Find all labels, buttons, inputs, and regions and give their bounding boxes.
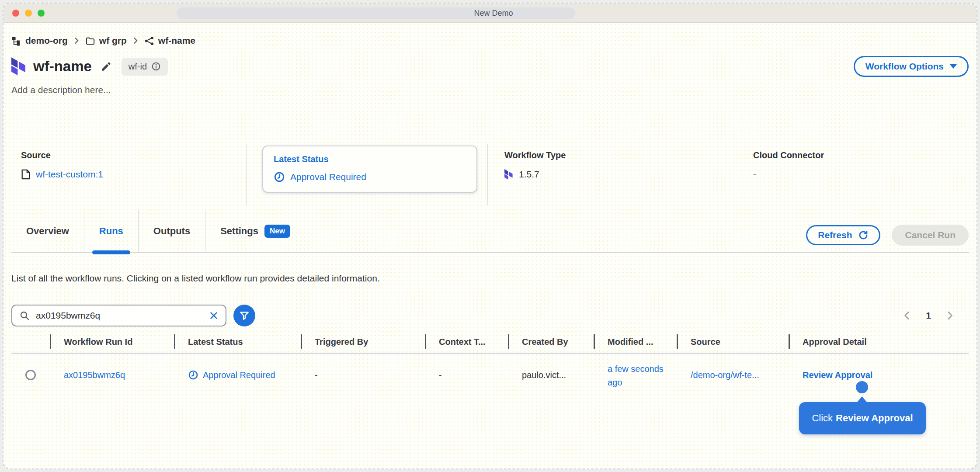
- terraform-version-icon: [504, 169, 514, 180]
- new-badge: New: [264, 225, 290, 238]
- chevron-right-icon: [131, 36, 140, 45]
- breadcrumb-org-label: demo-org: [25, 35, 68, 46]
- breadcrumb-group[interactable]: wf grp: [85, 35, 127, 46]
- workflow-type-label: Workflow Type: [504, 150, 739, 160]
- terraform-logo: [11, 57, 27, 76]
- tooltip-prefix: Click: [812, 413, 833, 424]
- row-radio-button[interactable]: [25, 370, 36, 380]
- tab-actions: Refresh Cancel Run: [806, 225, 969, 246]
- breadcrumb-workflow-label: wf-name: [158, 35, 195, 46]
- pending-clock-icon: [188, 370, 198, 380]
- run-id-link[interactable]: ax0195bwmz6q: [64, 370, 125, 380]
- tabs-row: Overview Runs Outputs Settings New Refre…: [11, 210, 969, 253]
- row-source-link[interactable]: /demo-org/wf-te...: [691, 370, 759, 380]
- latest-status-card[interactable]: Latest Status Approval Required: [262, 146, 477, 193]
- next-page-button[interactable]: [944, 310, 956, 321]
- coach-tooltip: Click Review Approval: [799, 402, 926, 434]
- document-icon: [21, 169, 31, 180]
- page-title: wf-name: [33, 58, 92, 75]
- table-row[interactable]: ax0195bwmz6q Approval Required - - paulo…: [11, 354, 969, 396]
- clear-search-icon[interactable]: [209, 311, 219, 320]
- search-input[interactable]: [36, 310, 209, 321]
- cloud-connector-label: Cloud Connector: [753, 150, 969, 160]
- workflow-description[interactable]: Add a description here...: [11, 85, 969, 95]
- titlebar: New Demo: [3, 3, 977, 23]
- app-window: New Demo demo-org wf grp: [3, 3, 977, 469]
- edit-pencil-icon[interactable]: [101, 61, 112, 72]
- page-number: 1: [926, 310, 931, 321]
- search-box[interactable]: [11, 305, 226, 326]
- cloud-connector-value: -: [753, 169, 756, 180]
- col-triggered-by: Triggered By: [301, 331, 425, 353]
- breadcrumb-workflow[interactable]: wf-name: [144, 35, 195, 46]
- traffic-lights: [12, 10, 45, 17]
- refresh-label: Refresh: [818, 230, 852, 240]
- close-window-button[interactable]: [12, 10, 19, 17]
- minimize-window-button[interactable]: [25, 10, 32, 17]
- refresh-button[interactable]: Refresh: [806, 225, 880, 245]
- tab-runs[interactable]: Runs: [84, 210, 138, 252]
- tab-settings-label: Settings: [220, 226, 258, 237]
- info-icon[interactable]: [151, 62, 161, 71]
- info-latest-status: Latest Status Approval Required: [246, 144, 487, 205]
- info-source: Source wf-test-custom:1: [11, 144, 246, 205]
- workflow-type-value: 1.5.7: [519, 169, 539, 180]
- latest-status-label: Latest Status: [274, 154, 476, 164]
- workflow-id-label: wf-id: [129, 62, 147, 72]
- search-icon: [19, 310, 30, 321]
- table-header: Workflow Run Id Latest Status Triggered …: [11, 331, 969, 354]
- filter-button[interactable]: [233, 305, 255, 326]
- row-created-by: paulo.vict...: [508, 370, 594, 380]
- tab-settings[interactable]: Settings New: [205, 210, 305, 252]
- runs-description: List of all the workflow runs. Clicking …: [11, 273, 969, 284]
- col-approval-detail: Approval Detail: [789, 331, 969, 353]
- cancel-run-label: Cancel Run: [905, 230, 956, 240]
- col-context: Context T...: [425, 331, 508, 353]
- tab-overview[interactable]: Overview: [11, 210, 84, 252]
- breadcrumb-org[interactable]: demo-org: [11, 35, 68, 46]
- workflow-options-button[interactable]: Workflow Options: [854, 56, 969, 77]
- review-approval-link[interactable]: Review Approval: [803, 370, 872, 380]
- cursor-dot: [856, 381, 868, 393]
- info-strip: Source wf-test-custom:1 Latest Status Ap: [11, 144, 969, 205]
- row-context: -: [425, 370, 508, 380]
- col-source: Source: [677, 331, 789, 353]
- breadcrumb-group-label: wf grp: [99, 35, 127, 46]
- pagination: 1: [901, 310, 969, 321]
- titlebar-pill: [177, 7, 575, 19]
- window-title: New Demo: [474, 9, 513, 18]
- tab-overview-label: Overview: [26, 226, 69, 237]
- chevron-right-icon: [72, 36, 81, 45]
- col-modified: Modified ...: [594, 331, 677, 353]
- tooltip-action: Review Approval: [836, 413, 913, 424]
- workflow-header: wf-name wf-id Workflow Options: [11, 56, 969, 77]
- workflow-icon: [144, 36, 154, 46]
- source-label: Source: [21, 150, 246, 160]
- col-created-by: Created By: [508, 331, 594, 353]
- prev-page-button[interactable]: [901, 310, 913, 321]
- info-cloud-connector: Cloud Connector -: [739, 144, 969, 205]
- filter-funnel-icon: [239, 310, 250, 321]
- row-modified: a few seconds ago: [608, 361, 676, 389]
- row-triggered-by: -: [301, 370, 425, 380]
- col-workflow-run-id: Workflow Run Id: [50, 331, 174, 353]
- pending-clock-icon: [274, 171, 285, 183]
- org-icon: [11, 36, 21, 46]
- tab-runs-label: Runs: [99, 226, 123, 237]
- runs-table: Workflow Run Id Latest Status Triggered …: [11, 331, 969, 396]
- tab-outputs[interactable]: Outputs: [138, 210, 205, 252]
- info-workflow-type: Workflow Type 1.5.7: [487, 144, 739, 205]
- workflow-id-badge[interactable]: wf-id: [122, 58, 168, 76]
- tab-outputs-label: Outputs: [153, 226, 190, 237]
- page-content: demo-org wf grp wf-name: [3, 23, 977, 469]
- row-latest-status: Approval Required: [203, 370, 275, 380]
- tabs: Overview Runs Outputs Settings New: [11, 210, 305, 252]
- refresh-icon: [858, 230, 869, 240]
- latest-status-value: Approval Required: [290, 172, 366, 182]
- source-link[interactable]: wf-test-custom:1: [36, 169, 103, 180]
- cancel-run-button[interactable]: Cancel Run: [892, 225, 969, 246]
- folder-icon: [85, 36, 95, 46]
- col-latest-status: Latest Status: [174, 331, 301, 353]
- search-row: 1: [11, 305, 969, 326]
- zoom-window-button[interactable]: [38, 10, 45, 17]
